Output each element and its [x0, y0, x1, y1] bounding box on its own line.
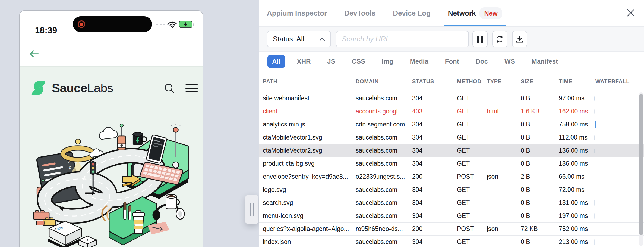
panel-resize-handle[interactable] — [245, 195, 258, 224]
cell-path: analytics.min.js — [259, 118, 352, 131]
cell-size: 0 B — [517, 183, 555, 196]
back-arrow-icon[interactable] — [29, 50, 39, 59]
recording-indicator-icon — [78, 20, 85, 28]
cell-type — [483, 118, 517, 131]
filter-chip-font[interactable]: Font — [440, 55, 464, 68]
cell-size: 0 B — [517, 92, 555, 105]
table-row[interactable]: ctaMobileVector2.svg saucelabs.com 304 G… — [259, 144, 644, 157]
cell-size: 72 KB — [517, 223, 555, 235]
table-row[interactable]: ctaMobileVector1.svg saucelabs.com 304 G… — [259, 131, 644, 144]
waterfall-tick — [594, 213, 595, 218]
tab-appium-inspector[interactable]: Appium Inspector — [267, 0, 327, 26]
saucelabs-webpage: SauceLabs ✓ ✗ ✓ ✓ — [20, 66, 203, 247]
waterfall-tick — [594, 174, 594, 179]
cell-domain: saucelabs.com — [352, 196, 408, 209]
waterfall-tick — [594, 161, 594, 166]
table-row[interactable]: search.svg saucelabs.com 304 GET 0 B 131… — [259, 196, 644, 209]
scrollbar-thumb[interactable] — [639, 94, 643, 235]
cell-waterfall — [591, 170, 644, 183]
status-filter-dropdown[interactable]: Status: All — [267, 31, 331, 47]
download-icon — [516, 35, 524, 43]
table-row[interactable]: product-cta-bg.svg saucelabs.com 304 GET… — [259, 157, 644, 170]
cell-time: 136.00 ms — [555, 144, 591, 157]
waterfall-tick — [594, 149, 595, 153]
cell-path: client — [259, 105, 352, 118]
tab-network[interactable]: Network New — [448, 0, 502, 26]
cell-size: 0 B — [517, 196, 555, 209]
close-icon[interactable] — [624, 7, 637, 19]
cell-waterfall — [591, 236, 644, 247]
cell-type: json — [483, 170, 517, 183]
cell-path: ctaMobileVector1.svg — [259, 131, 352, 144]
cell-method: GET — [453, 131, 483, 144]
cell-status: 304 — [408, 144, 453, 157]
type-filter-chips: AllXHRJSCSSImgMediaFontDocWSManifest — [259, 52, 644, 71]
cellular-signal-icon — [156, 24, 169, 25]
cell-time: 186.00 ms — [555, 157, 591, 170]
tab-device-log[interactable]: Device Log — [393, 0, 431, 26]
table-row[interactable]: client accounts.googl... 403 GET html 1.… — [259, 105, 644, 118]
filter-chip-all[interactable]: All — [267, 55, 285, 68]
cell-domain: saucelabs.com — [352, 236, 408, 247]
cell-time: 213.00 ms — [555, 236, 591, 247]
cell-domain: ro95h65neo-ds... — [352, 223, 408, 235]
cell-path: ctaMobileVector2.svg — [259, 144, 352, 157]
cell-waterfall — [591, 118, 644, 131]
cell-time: 66.00 ms — [555, 170, 591, 183]
waterfall-tick — [594, 96, 595, 100]
tab-devtools[interactable]: DevTools — [344, 0, 375, 26]
cell-status: 304 — [408, 196, 453, 209]
waterfall-tick — [595, 226, 595, 232]
filter-chip-js[interactable]: JS — [323, 55, 340, 68]
search-input[interactable] — [336, 31, 469, 47]
cell-domain: saucelabs.com — [352, 144, 408, 157]
chevron-up-icon — [320, 38, 325, 41]
cell-time: 131.00 ms — [555, 196, 591, 209]
cell-time: 197.00 ms — [555, 209, 591, 222]
column-header: TIME — [555, 78, 591, 85]
filter-chip-xhr[interactable]: XHR — [292, 55, 315, 68]
table-row[interactable]: queries?x-algolia-agent=Algo... ro95h65n… — [259, 223, 644, 236]
table-row[interactable]: menu-icon.svg saucelabs.com 304 GET 0 B … — [259, 209, 644, 223]
refresh-button[interactable] — [492, 31, 507, 47]
filter-chip-media[interactable]: Media — [405, 55, 433, 68]
table-row[interactable]: site.webmanifest saucelabs.com 304 GET 0… — [259, 92, 644, 105]
cell-size: 0 B — [517, 157, 555, 170]
cell-size: 0 B — [517, 236, 555, 247]
cell-type — [483, 131, 517, 144]
cell-path: site.webmanifest — [259, 92, 352, 105]
table-row[interactable]: analytics.min.js cdn.segment.com 304 GET… — [259, 118, 644, 131]
filter-chip-img[interactable]: Img — [377, 55, 398, 68]
site-menu-icon[interactable] — [185, 84, 198, 95]
waterfall-tick — [595, 121, 596, 128]
column-header: SIZE — [517, 78, 555, 85]
column-header: PATH — [259, 78, 352, 85]
table-row[interactable]: envelope?sentry_key=d9ae8... o22339.inge… — [259, 170, 644, 183]
filter-chip-ws[interactable]: WS — [500, 55, 520, 68]
cell-method: GET — [453, 92, 483, 105]
cell-domain: saucelabs.com — [352, 92, 408, 105]
cell-method: GET — [453, 144, 483, 157]
cell-size: 2 B — [517, 170, 555, 183]
cell-method: GET — [453, 105, 483, 118]
cell-status: 304 — [408, 183, 453, 196]
pause-icon — [477, 36, 483, 43]
coral-camera-cup — [118, 124, 126, 150]
cell-method: POST — [453, 170, 483, 183]
pause-button[interactable] — [472, 31, 488, 47]
download-button[interactable] — [512, 31, 527, 47]
site-search-icon[interactable] — [164, 83, 175, 95]
table-row[interactable]: index.json saucelabs.com 304 GET 0 B 213… — [259, 236, 644, 247]
cell-size: 0 B — [517, 131, 555, 144]
coffee-mug-dark — [133, 132, 147, 145]
table-row[interactable]: logo.svg saucelabs.com 304 GET 0 B 72.00… — [259, 183, 644, 196]
cell-path: product-cta-bg.svg — [259, 157, 352, 170]
filter-chip-doc[interactable]: Doc — [471, 55, 493, 68]
network-toolbar: Status: All — [259, 27, 644, 52]
cell-time: 112.00 ms — [555, 131, 591, 144]
scrollbar-track[interactable] — [639, 92, 643, 246]
saucelabs-logo-icon — [28, 77, 49, 100]
cell-type — [483, 144, 517, 157]
filter-chip-manifest[interactable]: Manifest — [527, 55, 563, 68]
filter-chip-css[interactable]: CSS — [347, 55, 370, 68]
